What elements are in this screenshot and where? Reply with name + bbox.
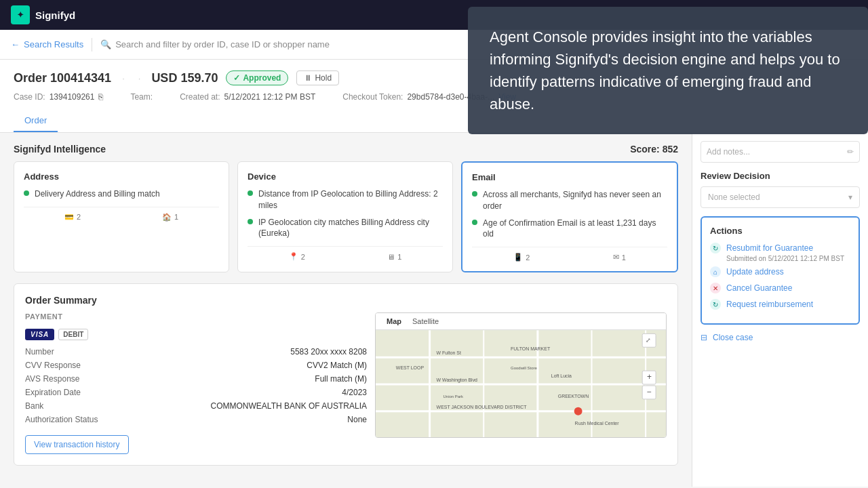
payment-row-cvv: CVV Response CVV2 Match (M) — [25, 361, 367, 370]
device-loc-count: 2 — [301, 253, 305, 261]
close-case-label: Close case — [713, 333, 753, 342]
svg-text:WEST JACKSON BOULEVARD DISTRIC: WEST JACKSON BOULEVARD DISTRICT — [437, 405, 528, 409]
left-panel: Signifyd Intelligence Score: 852 Address… — [0, 133, 692, 487]
update-address-icon: ⌂ — [710, 266, 721, 277]
case-id-value: 1394109261 — [50, 92, 95, 102]
hold-icon: ⏸ — [304, 73, 312, 83]
right-panel: Add notes... ✏ Review Decision None sele… — [692, 133, 868, 487]
svg-text:Union Park: Union Park — [443, 394, 464, 399]
payment-row-bank: Bank COMMONWEALTH BANK OF AUSTRALIA — [25, 401, 367, 411]
bank-value: COMMONWEALTH BANK OF AUSTRALIA — [211, 401, 367, 411]
email-card-footer: 📱 2 ✉ 1 — [472, 247, 667, 262]
avs-value: Full match (M) — [315, 374, 367, 384]
logo-text: Signifyd — [35, 9, 75, 21]
card-icon: 💳 — [64, 213, 74, 222]
hold-label: Hold — [315, 73, 332, 83]
auth-label: Authorization Status — [25, 415, 98, 424]
number-value: 5583 20xx xxxx 8208 — [290, 347, 367, 357]
view-history-button[interactable]: View transaction history — [25, 435, 129, 454]
number-label: Number — [25, 347, 54, 357]
payment-row-number: Number 5583 20xx xxxx 8208 — [25, 347, 367, 357]
svg-point-18 — [574, 407, 583, 415]
order-amount: USD 159.70 — [151, 71, 218, 85]
svg-text:⤢: ⤢ — [646, 337, 651, 344]
device-bullet-text-1: IP Geolocation city matches Billing Addr… — [258, 217, 443, 240]
map-tab-satellite[interactable]: Satellite — [407, 316, 444, 327]
bullet-dot — [24, 190, 29, 196]
expiry-label: Expiration Date — [25, 388, 81, 397]
tooltip-text: Agent Console provides insight into the … — [490, 28, 840, 113]
copy-icon[interactable]: ⎘ — [98, 92, 103, 102]
reimbursement-label: Request reimbursement — [726, 300, 813, 309]
created-value: 5/12/2021 12:12 PM BST — [224, 92, 316, 102]
payment-section-title: PAYMENT — [25, 312, 367, 321]
phone-icon: 📱 — [513, 253, 523, 262]
request-reimbursement-action[interactable]: ↻ Request reimbursement — [710, 299, 850, 310]
map-tab-map[interactable]: Map — [381, 316, 407, 327]
monitor-icon: 🖥 — [387, 253, 395, 261]
review-decision-dropdown[interactable]: None selected ▾ — [701, 186, 860, 208]
case-id-label: Case ID: — [14, 92, 45, 102]
device-bullet-0: Distance from IP Geolocation to Billing … — [248, 188, 443, 211]
bank-label: Bank — [25, 401, 43, 411]
notes-placeholder: Add notes... — [707, 147, 750, 157]
bullet-dot — [472, 191, 477, 197]
map-visual: W Fulton St W Washington Blvd WEST JACKS… — [376, 330, 666, 438]
update-address-label: Update address — [726, 267, 784, 277]
breadcrumb-label: Search Results — [24, 39, 83, 49]
created-meta: Created at: 5/12/2021 12:12 PM BST — [180, 92, 315, 102]
resubmit-action[interactable]: ↻ Resubmit for Guarantee — [710, 243, 850, 253]
case-id-meta: Case ID: 1394109261 ⎘ — [14, 92, 103, 102]
order-id: Order 100414341 — [14, 71, 111, 85]
order-summary-title: Order Summary — [25, 295, 667, 306]
email-email-count: 1 — [622, 253, 626, 262]
back-arrow-icon: ← — [11, 39, 20, 49]
address-bullet-text: Delivery Address and Billing match — [35, 188, 160, 200]
visa-badge: VISA — [25, 329, 54, 340]
intelligence-title: Signifyd Intelligence — [14, 144, 106, 155]
hold-badge[interactable]: ⏸ Hold — [296, 70, 339, 85]
auth-value: None — [347, 415, 367, 424]
resubmit-sub: Submitted on 5/12/2021 12:12 PM BST — [726, 255, 850, 262]
device-card-footer: 📍 2 🖥 1 — [248, 246, 443, 261]
svg-text:W Washington Blvd: W Washington Blvd — [437, 378, 478, 383]
reimbursement-icon: ↻ — [710, 299, 721, 310]
check-icon: ✓ — [233, 73, 240, 83]
checkout-label: Checkout Token: — [342, 92, 403, 102]
search-bar[interactable]: 🔍 Search and filter by order ID, case ID… — [100, 39, 330, 49]
approved-badge: ✓ Approved — [226, 70, 288, 85]
back-button[interactable]: ← Search Results — [11, 39, 83, 49]
bullet-dot — [472, 220, 477, 225]
address-footer-home: 🏠 1 — [162, 213, 178, 222]
payment-row-auth: Authorization Status None — [25, 415, 367, 424]
logo-icon: ✦ — [11, 5, 30, 24]
device-card: Device Distance from IP Geolocation to B… — [237, 161, 453, 272]
home-icon: 🏠 — [162, 213, 172, 222]
summary-layout: PAYMENT VISA DEBIT Number 5583 20xx xxxx… — [25, 312, 667, 454]
map-tabs: Map Satellite — [376, 313, 666, 330]
separator: · — [122, 73, 125, 83]
review-placeholder: None selected — [708, 192, 760, 202]
approved-label: Approved — [243, 73, 281, 83]
svg-text:FULTON MARKET: FULTON MARKET — [511, 346, 551, 351]
close-case-icon: ⊟ — [701, 333, 707, 342]
update-address-action[interactable]: ⌂ Update address — [710, 266, 850, 277]
edit-icon: ✏ — [847, 147, 854, 157]
tab-order[interactable]: Order — [14, 110, 58, 132]
device-card-title: Device — [248, 171, 443, 182]
location-icon: 📍 — [289, 252, 298, 261]
cvv-value: CVV2 Match (M) — [307, 361, 367, 370]
expiry-value: 4/2023 — [342, 388, 367, 397]
cancel-label: Cancel Guarantee — [726, 283, 792, 293]
email-bullet-0: Across all merchants, Signifyd has never… — [472, 189, 667, 212]
close-case-button[interactable]: ⊟ Close case — [701, 333, 860, 342]
address-bullet-0: Delivery Address and Billing match — [24, 188, 219, 200]
created-label: Created at: — [180, 92, 220, 102]
svg-text:−: − — [647, 387, 652, 396]
email-bullet-text-0: Across all merchants, Signifyd has never… — [483, 189, 667, 212]
cancel-guarantee-action[interactable]: ✕ Cancel Guarantee — [710, 283, 850, 293]
notes-area[interactable]: Add notes... ✏ — [701, 141, 860, 163]
email-card: Email Across all merchants, Signifyd has… — [461, 161, 678, 272]
logo: ✦ Signifyd — [11, 5, 75, 24]
debit-badge: DEBIT — [58, 329, 88, 340]
